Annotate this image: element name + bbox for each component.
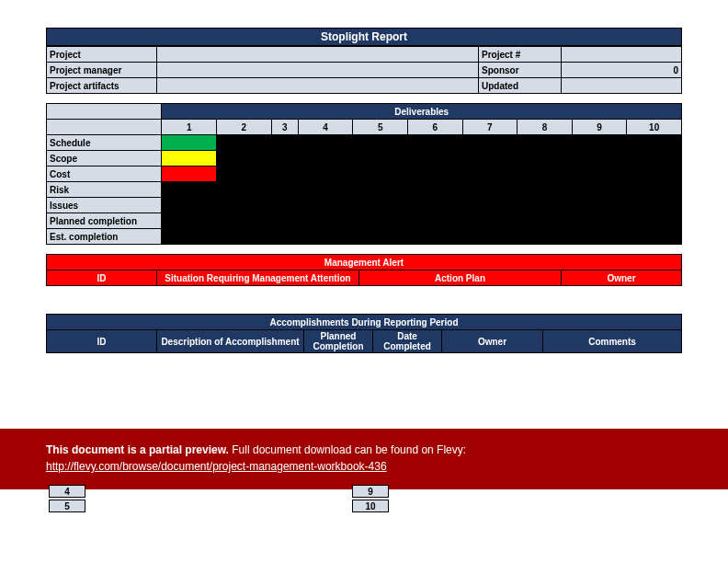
row-cost: Cost [47, 167, 162, 182]
preview-banner: This document is a partial preview. Full… [0, 429, 728, 489]
pm-label: Project manager [47, 63, 157, 78]
alert-id: ID [47, 270, 157, 286]
est-rest [162, 229, 682, 245]
sponsor-label: Sponsor [479, 63, 562, 78]
scope-rest [217, 151, 682, 167]
cost-1-red [162, 167, 217, 182]
bottom-b1: 9 [352, 485, 389, 498]
accomp-id: ID [47, 330, 157, 353]
updated-label: Updated [479, 78, 562, 94]
pm-value [157, 63, 479, 78]
accomplishments-table: Accomplishments During Reporting Period … [46, 314, 682, 353]
col-10: 10 [627, 120, 682, 135]
alert-owner: Owner [562, 270, 682, 286]
col-9: 9 [572, 120, 627, 135]
project-num-value [562, 47, 682, 63]
row-issues: Issues [47, 198, 162, 213]
project-num-label: Project # [479, 47, 562, 63]
row-scope: Scope [47, 151, 162, 167]
risk-rest [162, 182, 682, 198]
alert-header: Management Alert [47, 255, 682, 270]
artifacts-value [157, 78, 479, 94]
bottom-numbers: 4 9 5 10 [46, 484, 682, 513]
artifacts-label: Project artifacts [47, 78, 157, 94]
preview-bold: This document is a partial preview. [46, 443, 229, 456]
col-8: 8 [518, 120, 573, 135]
report-title: Stoplight Report [46, 28, 682, 46]
col-2: 2 [217, 120, 272, 135]
deliverables-rowhead-blank [47, 120, 162, 135]
row-risk: Risk [47, 182, 162, 198]
alert-situation: Situation Requiring Management Attention [157, 270, 359, 286]
project-value [157, 47, 479, 63]
row-planned: Planned completion [47, 213, 162, 229]
col-5: 5 [353, 120, 408, 135]
planned-rest [162, 213, 682, 229]
alert-action: Action Plan [359, 270, 562, 286]
accomp-header: Accomplishments During Reporting Period [47, 315, 682, 330]
sponsor-value: 0 [562, 63, 682, 78]
col-6: 6 [408, 120, 463, 135]
project-label: Project [47, 47, 157, 63]
bottom-b2: 10 [352, 500, 389, 512]
project-info-table: Project Project # Project manager Sponso… [46, 46, 682, 94]
accomp-comments: Comments [543, 330, 682, 353]
cost-rest [217, 167, 682, 182]
deliverables-blank [47, 104, 162, 120]
bottom-a1: 4 [49, 485, 85, 498]
bottom-a2: 5 [49, 500, 85, 512]
accomp-desc: Description of Accomplishment [157, 330, 304, 353]
col-3: 3 [271, 120, 298, 135]
deliverables-header: Deliverables [162, 104, 682, 120]
col-7: 7 [462, 120, 518, 135]
col-1: 1 [162, 120, 217, 135]
row-schedule: Schedule [47, 135, 162, 151]
accomp-date: Date Completed [373, 330, 442, 353]
preview-link[interactable]: http://flevy.com/browse/document/project… [46, 460, 387, 473]
issues-rest [162, 198, 682, 213]
updated-value [562, 78, 682, 94]
scope-1-yellow [162, 151, 217, 167]
accomp-owner: Owner [442, 330, 543, 353]
schedule-1-green [162, 135, 217, 151]
accomp-planned: Planned Completion [304, 330, 373, 353]
col-4: 4 [298, 120, 353, 135]
alert-table: Management Alert ID Situation Requiring … [46, 254, 682, 286]
row-est: Est. completion [47, 229, 162, 245]
preview-tail: Full document download can be found on F… [229, 443, 466, 456]
schedule-rest [217, 135, 682, 151]
deliverables-table: Deliverables 1 2 3 4 5 6 7 8 9 10 Schedu… [46, 103, 682, 245]
